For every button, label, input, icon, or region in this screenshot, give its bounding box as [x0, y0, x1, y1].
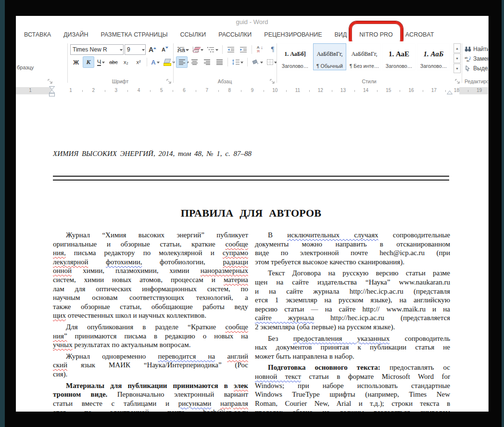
text-line: новной текст статьи в формате Microsoft …	[255, 372, 450, 381]
multilevel-list-button[interactable]	[206, 44, 220, 55]
styles-dialog-launcher-icon[interactable]	[455, 78, 460, 83]
tab-nitro-pro[interactable]: NITRO PRO	[353, 28, 399, 41]
tab-вид[interactable]: ВИД	[328, 28, 353, 41]
up-triangle-icon	[153, 46, 156, 49]
tab-рецензирование[interactable]: РЕЦЕНЗИРОВАНИЕ	[258, 28, 328, 41]
text-line: ский язык МАИК “Наука/Интерпериодика” (Р…	[53, 361, 248, 370]
gallery-scroll-up-button[interactable]: ▲	[454, 43, 461, 53]
text-line: Журнал одновременно переводится на англи…	[53, 352, 248, 361]
style-card-заголово[interactable]: 1. АаБб]Заголово…	[278, 43, 312, 70]
text-line: лам для оптических информационных систем…	[53, 285, 248, 294]
numbered-list-icon: 123	[192, 47, 200, 52]
multilevel-list-icon	[207, 47, 214, 52]
styles-group: 1. АаБб]Заголово…АаБбВвГг,¶ ОбычныйАаБбВ…	[277, 41, 462, 85]
style-preview: АаБбВвГг,	[316, 45, 342, 63]
align-left-button[interactable]	[176, 56, 188, 68]
text-line: систем, химии новых атомов, процессам и …	[53, 275, 248, 285]
text-line: Материалы для публикации принимаются в э…	[53, 381, 248, 390]
align-right-button[interactable]	[201, 56, 213, 68]
chevron-down-icon	[120, 49, 123, 52]
document-page[interactable]: ХИМИЯ ВЫСОКИХ ЭНЕРГИЙ, 2014, том 48, № 1…	[16, 97, 488, 412]
ruler-number: 7	[205, 88, 208, 93]
text-line: Roman, Courier New, Arial и т.д.); строк…	[255, 399, 450, 408]
right-indent-marker-icon[interactable]	[447, 91, 453, 94]
bullets-button[interactable]	[176, 44, 190, 55]
line-spacing-icon	[232, 59, 239, 65]
tab-разметка-страницы[interactable]: РАЗМЕТКА СТРАНИЦЫ	[94, 28, 174, 41]
tab-рассылки[interactable]: РАССЫЛКИ	[212, 28, 258, 41]
numbering-button[interactable]: 123	[191, 44, 205, 55]
word-window: guid - Word ВСТАВКАДИЗАЙНРАЗМЕТКА СТРАНИ…	[16, 16, 489, 412]
superscript-button[interactable]: х²	[133, 56, 144, 68]
ruler-number: 11	[295, 88, 300, 93]
select-button[interactable]: Выделить	[465, 64, 489, 73]
text-columns: Журнал “Химия высоких энергий” публикует…	[53, 231, 450, 412]
document-title: ПРАВИЛА ДЛЯ АВТОРОВ	[53, 207, 449, 220]
shrink-font-button[interactable]: А	[159, 44, 171, 55]
decrease-indent-button[interactable]	[225, 44, 237, 55]
text-line: пределах абзаца не должны разделяться си…	[255, 408, 450, 412]
font-name-value: Times New R	[73, 46, 107, 53]
style-card-обычный[interactable]: АаБбВвГг,¶ Обычный	[313, 43, 346, 70]
left-column: Журнал “Химия высоких энергий” публикует…	[53, 231, 248, 412]
gallery-scroll-down-button[interactable]: ▼	[454, 53, 461, 63]
replace-button[interactable]: abac Заменить	[465, 54, 489, 64]
subscript-button[interactable]: х₂	[120, 56, 132, 68]
screen-edge-left	[0, 0, 5, 427]
ruler-number: 9	[251, 88, 254, 93]
style-card-безинте[interactable]: АаБбВвГг,¶ Без инте…	[348, 43, 381, 70]
clipboard-dialog-launcher-icon[interactable]	[48, 78, 53, 83]
ruler-tick	[468, 90, 468, 92]
format-painter-label-partial[interactable]: бразцу	[17, 65, 34, 70]
font-name-combobox[interactable]: Times New R	[70, 44, 124, 55]
italic-button[interactable]: К	[83, 56, 94, 68]
text-line: щих отечественных школ и научных коллект…	[53, 311, 248, 320]
strikethrough-button[interactable]: abc	[108, 56, 119, 68]
cursor-arrow-icon	[465, 65, 471, 71]
style-card-заголово[interactable]: 1. АаБЗаголово…	[417, 43, 450, 70]
underline-button[interactable]: Ч	[95, 56, 107, 68]
ruler[interactable]: 112345678910111213141516171819	[16, 86, 488, 97]
ruler-number: 2	[92, 88, 95, 93]
tab-label: РАЗМЕТКА СТРАНИЦЫ	[101, 31, 167, 38]
justify-button[interactable]	[214, 56, 225, 68]
bold-button[interactable]: Ж	[70, 56, 82, 68]
sort-button[interactable]: А↓Я	[254, 44, 266, 55]
tab-ссылки[interactable]: ССЫЛКИ	[174, 28, 213, 41]
find-button[interactable]: Найти	[465, 44, 489, 54]
text-effects-button[interactable]: А	[150, 56, 161, 68]
increase-indent-button[interactable]	[238, 44, 249, 55]
ruler-number: 15	[386, 88, 391, 93]
gallery-more-button[interactable]: ▼	[454, 64, 461, 73]
tab-acrobat[interactable]: ACROBAT	[399, 28, 441, 41]
indent-markers-icon[interactable]	[49, 86, 55, 97]
ruler-number: 4	[138, 88, 140, 93]
text-line: ется 1 экземпляр на русском языке), на а…	[255, 296, 450, 305]
paragraph-dialog-launcher-icon[interactable]	[270, 78, 275, 83]
text-line: Текст Договора на русскую версию статьи …	[255, 269, 450, 278]
indent-icon	[240, 47, 247, 52]
style-card-заголово[interactable]: 1. АаЕЗаголово…	[382, 43, 416, 70]
font-size-combobox[interactable]: 9	[125, 44, 146, 55]
replace-label: Заменить	[473, 55, 489, 62]
style-name: Заголово…	[386, 63, 412, 69]
tab-вставка[interactable]: ВСТАВКА	[18, 28, 57, 41]
shading-button[interactable]	[250, 56, 265, 68]
align-center-button[interactable]	[189, 56, 200, 68]
ruler-number: 5	[160, 88, 163, 93]
line-spacing-button[interactable]	[230, 56, 245, 68]
svg-text:3: 3	[192, 51, 194, 53]
outdent-icon	[227, 47, 234, 52]
ruler-tick	[377, 90, 378, 92]
font-dialog-launcher-icon[interactable]	[166, 78, 172, 83]
text-line: ния” принимаются письма в редакцию о нов…	[53, 332, 248, 341]
ruler-number: 19	[477, 88, 482, 93]
tab-дизайн[interactable]: ДИЗАЙН	[57, 28, 94, 41]
ruler-tick	[354, 90, 355, 92]
down-triangle-icon	[165, 47, 168, 50]
text-line: ных документов принятая к публикации ста…	[255, 343, 450, 352]
text-line: ния, письма редактору по молекулярной и …	[53, 248, 248, 258]
ruler-tick	[173, 90, 173, 92]
grow-font-button[interactable]: А	[147, 44, 158, 55]
svg-text:ab: ab	[465, 56, 468, 59]
